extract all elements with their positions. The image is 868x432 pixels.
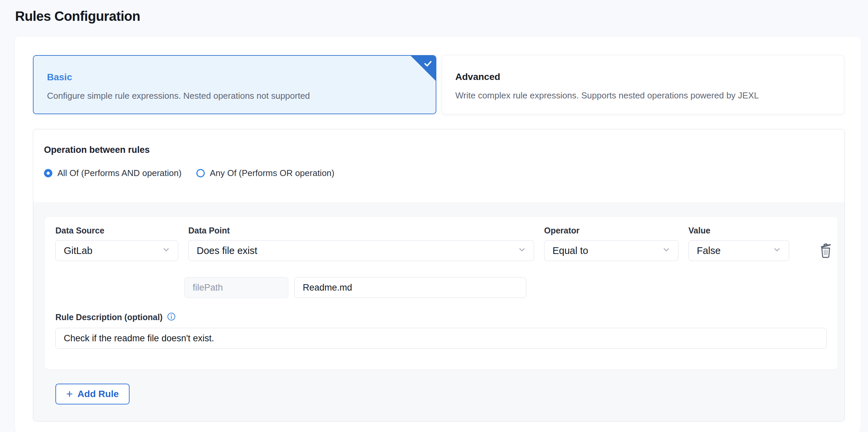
page-title: Rules Configuration bbox=[15, 9, 868, 24]
delete-rule-button[interactable] bbox=[818, 226, 833, 261]
data-point-params-row bbox=[184, 277, 827, 298]
radio-label-any-of: Any Of (Performs OR operation) bbox=[210, 168, 334, 178]
data-point-field: Data Point Does file exist bbox=[188, 226, 534, 261]
rule-card: Data Source GitLab Data Point Does file … bbox=[44, 217, 837, 370]
rules-configuration-panel: Basic Configure simple rule expressions.… bbox=[14, 36, 861, 432]
data-source-select[interactable]: GitLab bbox=[55, 240, 178, 261]
operator-value: Equal to bbox=[553, 245, 588, 256]
info-icon[interactable] bbox=[167, 312, 176, 322]
rule-fields-row: Data Source GitLab Data Point Does file … bbox=[55, 226, 827, 261]
chevron-down-icon bbox=[773, 245, 781, 256]
mode-advanced-title: Advanced bbox=[456, 71, 831, 82]
operation-between-rules-label: Operation between rules bbox=[44, 145, 844, 155]
radio-checked-icon[interactable] bbox=[44, 169, 52, 177]
rule-description-label: Rule Description (optional) bbox=[55, 312, 162, 322]
value-field: Value False bbox=[688, 226, 789, 261]
radio-label-all-of: All Of (Performs AND operation) bbox=[57, 168, 182, 178]
mode-basic-title: Basic bbox=[47, 72, 422, 83]
rule-description-input[interactable] bbox=[55, 328, 827, 349]
data-source-value: GitLab bbox=[64, 245, 92, 256]
param-value-input[interactable] bbox=[294, 277, 526, 298]
radio-option-all-of[interactable]: All Of (Performs AND operation) bbox=[44, 168, 182, 178]
data-source-label: Data Source bbox=[55, 226, 178, 235]
plus-icon: + bbox=[66, 388, 73, 399]
chevron-down-icon bbox=[662, 245, 671, 256]
param-key-input[interactable] bbox=[184, 277, 288, 298]
data-point-value: Does file exist bbox=[197, 245, 257, 256]
operator-select[interactable]: Equal to bbox=[544, 240, 678, 261]
add-rule-label: Add Rule bbox=[78, 389, 119, 399]
operator-field: Operator Equal to bbox=[544, 226, 678, 261]
chevron-down-icon bbox=[518, 245, 526, 256]
data-source-field: Data Source GitLab bbox=[55, 226, 178, 261]
radio-unchecked-icon[interactable] bbox=[196, 169, 205, 177]
value-value: False bbox=[697, 245, 721, 256]
rules-list-section: Data Source GitLab Data Point Does file … bbox=[33, 202, 844, 422]
operation-radio-group: All Of (Performs AND operation) Any Of (… bbox=[44, 168, 844, 178]
page-header: Rules Configuration bbox=[0, 0, 868, 24]
mode-basic-description: Configure simple rule expressions. Neste… bbox=[47, 91, 422, 101]
mode-selector: Basic Configure simple rule expressions.… bbox=[33, 55, 844, 114]
data-point-select[interactable]: Does file exist bbox=[188, 240, 534, 261]
operator-label: Operator bbox=[544, 226, 678, 235]
chevron-down-icon bbox=[162, 245, 170, 256]
operation-between-rules-section: Operation between rules All Of (Performs… bbox=[33, 129, 844, 202]
data-point-label: Data Point bbox=[188, 226, 534, 235]
value-label: Value bbox=[688, 226, 789, 235]
check-icon bbox=[423, 58, 433, 70]
mode-card-basic[interactable]: Basic Configure simple rule expressions.… bbox=[33, 55, 436, 114]
add-rule-button[interactable]: + Add Rule bbox=[55, 384, 130, 404]
rule-description-label-row: Rule Description (optional) bbox=[55, 312, 827, 322]
radio-option-any-of[interactable]: Any Of (Performs OR operation) bbox=[196, 168, 334, 178]
mode-advanced-description: Write complex rule expressions. Supports… bbox=[456, 90, 831, 101]
mode-card-advanced[interactable]: Advanced Write complex rule expressions.… bbox=[442, 55, 844, 114]
rules-builder-container: Operation between rules All Of (Performs… bbox=[33, 129, 845, 422]
value-select[interactable]: False bbox=[688, 240, 789, 261]
trash-icon bbox=[818, 242, 833, 260]
